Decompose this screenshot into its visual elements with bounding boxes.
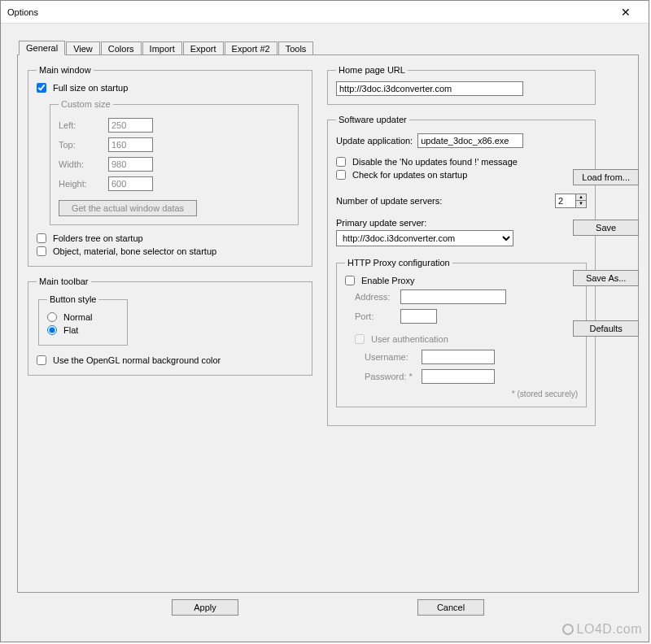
primary-server-select[interactable]: http://3doc.i3dconverter.com — [336, 230, 513, 246]
proxy-port-input[interactable] — [400, 309, 437, 324]
group-custom-size-legend: Custom size — [59, 99, 113, 109]
disable-msg-label: Disable the 'No updates found !' message — [352, 157, 518, 167]
check-startup-checkbox[interactable] — [336, 170, 346, 180]
tab-colors[interactable]: Colors — [101, 41, 142, 55]
window-title: Options — [7, 7, 609, 17]
tab-import[interactable]: Import — [142, 41, 182, 55]
height-input[interactable] — [108, 176, 153, 191]
width-input[interactable] — [108, 157, 153, 172]
close-icon[interactable]: ✕ — [609, 6, 642, 19]
check-startup-label: Check for updates on startup — [352, 170, 467, 180]
num-servers-label: Number of update servers: — [336, 196, 442, 206]
home-url-input[interactable] — [336, 81, 523, 96]
object-selector-checkbox[interactable] — [37, 246, 46, 256]
disable-msg-checkbox[interactable] — [336, 157, 346, 167]
tab-panel-general: Main window Full size on startup Custom … — [17, 54, 639, 593]
save-as-button[interactable]: Save As... — [573, 270, 639, 286]
apply-button[interactable]: Apply — [172, 599, 238, 616]
full-size-checkbox[interactable] — [37, 83, 46, 93]
group-software-updater-legend: Software updater — [336, 115, 409, 124]
group-software-updater: Software updater Update application: Dis… — [327, 115, 596, 426]
titlebar: Options ✕ — [1, 1, 649, 24]
load-from-button[interactable]: Load from... — [573, 169, 639, 185]
proxy-port-label: Port: — [355, 311, 395, 321]
primary-server-label: Primary update server: — [336, 218, 426, 228]
group-main-toolbar: Main toolbar Button style Normal Flat — [28, 276, 312, 376]
defaults-button[interactable]: Defaults — [573, 320, 639, 337]
tab-export-2[interactable]: Export #2 — [225, 41, 277, 55]
group-home-url-legend: Home page URL — [336, 65, 408, 75]
top-input[interactable] — [108, 137, 153, 152]
enable-proxy-checkbox[interactable] — [345, 276, 355, 285]
group-button-style: Button style Normal Flat — [38, 294, 128, 346]
update-app-input[interactable] — [417, 133, 523, 148]
proxy-pass-input[interactable] — [422, 369, 495, 384]
cancel-button[interactable]: Cancel — [417, 599, 484, 616]
group-proxy: HTTP Proxy configuration Enable Proxy Ad… — [336, 258, 587, 407]
full-size-label: Full size on startup — [53, 83, 128, 93]
tab-tools[interactable]: Tools — [278, 41, 314, 55]
proxy-auth-label: User authentication — [371, 334, 448, 344]
group-main-toolbar-legend: Main toolbar — [37, 276, 91, 286]
tab-strip: General View Colors Import Export Export… — [19, 40, 639, 54]
left-label: Left: — [59, 120, 103, 130]
opengl-bg-checkbox[interactable] — [37, 355, 46, 365]
enable-proxy-label: Enable Proxy — [361, 276, 414, 285]
proxy-pass-label: Password: * — [365, 372, 417, 381]
style-flat-label: Flat — [63, 325, 78, 335]
left-input[interactable] — [108, 118, 153, 133]
style-normal-radio[interactable] — [47, 312, 57, 322]
proxy-note: * (stored securely) — [345, 389, 578, 398]
width-label: Width: — [59, 159, 103, 169]
style-normal-label: Normal — [63, 312, 92, 322]
proxy-address-input[interactable] — [400, 289, 506, 304]
options-dialog: Options ✕ General View Colors Import Exp… — [0, 0, 649, 642]
group-button-style-legend: Button style — [47, 294, 98, 304]
object-selector-label: Object, material, bone selector on start… — [53, 246, 216, 256]
proxy-address-label: Address: — [355, 292, 395, 302]
tab-view[interactable]: View — [66, 41, 100, 55]
group-main-window-legend: Main window — [37, 65, 94, 75]
get-actual-window-button[interactable]: Get the actual window datas — [59, 200, 197, 216]
proxy-auth-checkbox[interactable] — [355, 334, 365, 344]
height-label: Height: — [59, 179, 103, 189]
save-button[interactable]: Save — [573, 220, 639, 236]
watermark-text: LO4D.com — [577, 622, 642, 637]
group-home-url: Home page URL — [327, 65, 596, 105]
group-proxy-legend: HTTP Proxy configuration — [345, 258, 452, 268]
folders-tree-checkbox[interactable] — [37, 233, 46, 243]
update-app-label: Update application: — [336, 136, 413, 146]
proxy-user-label: Username: — [365, 352, 417, 362]
style-flat-radio[interactable] — [47, 325, 57, 335]
watermark: LO4D.com — [562, 622, 642, 637]
folders-tree-label: Folders tree on startup — [53, 233, 143, 243]
tab-export[interactable]: Export — [183, 41, 224, 55]
opengl-bg-label: Use the OpenGL normal background color — [53, 355, 221, 365]
tab-general[interactable]: General — [19, 41, 65, 55]
proxy-user-input[interactable] — [422, 350, 495, 364]
top-label: Top: — [59, 140, 103, 150]
watermark-icon — [562, 624, 574, 635]
group-custom-size: Custom size Left: Top: Width: — [50, 99, 299, 225]
group-main-window: Main window Full size on startup Custom … — [28, 65, 312, 267]
